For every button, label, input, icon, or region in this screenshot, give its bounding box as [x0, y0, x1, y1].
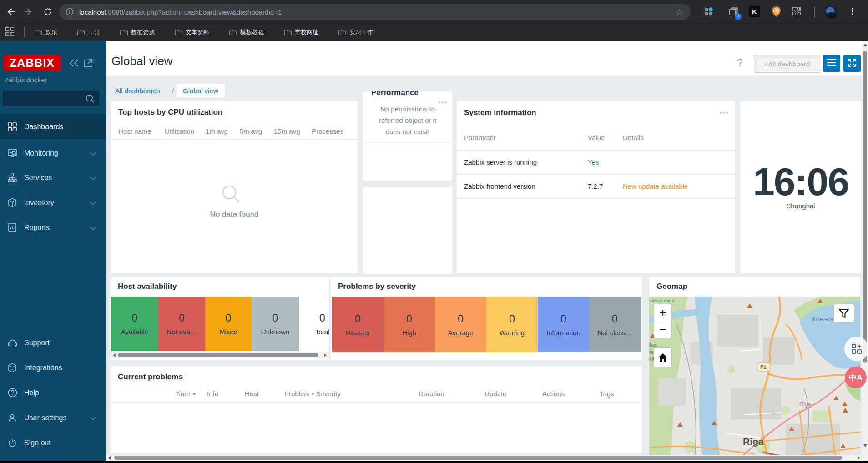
- column-header[interactable]: Host name: [118, 127, 151, 135]
- bookmark-folder[interactable]: 学校网址: [284, 24, 318, 41]
- edit-dashboard-button[interactable]: Edit dashboard: [754, 55, 820, 73]
- bookmark-folder[interactable]: 文本资料: [175, 24, 209, 41]
- widget-top-hosts: Top hosts by CPU utilization Host name U…: [111, 101, 358, 273]
- column-header[interactable]: Actions: [542, 390, 565, 398]
- extension-target-icon[interactable]: [771, 6, 782, 19]
- tile-unknown[interactable]: 0Unknown: [252, 297, 299, 351]
- pop-out-icon[interactable]: [83, 58, 94, 70]
- tile-not-classified[interactable]: 0Not class…: [589, 297, 641, 352]
- column-header[interactable]: 15m avg: [274, 127, 300, 135]
- back-icon[interactable]: [3, 4, 18, 20]
- column-header[interactable]: Utilization: [165, 127, 194, 135]
- column-header[interactable]: Duration: [419, 390, 444, 398]
- availability-tiles: 0Available 0Not ava… 0Mixed 0Unknown 0To…: [111, 297, 328, 351]
- sidebar-item-sign-out[interactable]: Sign out: [0, 430, 106, 455]
- site-info-icon[interactable]: [66, 8, 74, 16]
- widget-error-message: No permissions to referred object or it …: [363, 103, 452, 137]
- scroll-right-icon[interactable]: [324, 353, 327, 357]
- page-vscrollbar[interactable]: [862, 41, 868, 461]
- extension-float-capture[interactable]: [844, 337, 868, 361]
- sidebar-item-integrations[interactable]: Integrations: [0, 355, 106, 380]
- scroll-up-icon[interactable]: [863, 44, 867, 46]
- map-zoom-out-button[interactable]: −: [654, 321, 672, 338]
- page-hscrollbar[interactable]: [106, 455, 862, 461]
- scroll-right-icon[interactable]: [858, 456, 860, 460]
- column-header[interactable]: Host: [245, 390, 259, 398]
- bookmark-folder[interactable]: 娱乐: [35, 24, 57, 41]
- search-icon[interactable]: [85, 94, 95, 106]
- extensions-puzzle-icon[interactable]: [792, 6, 802, 18]
- table-row: Zabbix frontend version: [464, 182, 535, 190]
- fullscreen-button[interactable]: [843, 55, 861, 72]
- map-zoom-in-button[interactable]: +: [654, 304, 672, 321]
- tile-disaster[interactable]: 0Disaster: [332, 297, 384, 352]
- column-header[interactable]: Info: [207, 390, 218, 398]
- bookmark-star-icon[interactable]: ☆: [676, 7, 683, 17]
- widget-system-information: System information Parameter Value Detai…: [457, 101, 735, 273]
- column-header[interactable]: Tags: [600, 390, 614, 398]
- collapse-sidebar-icon[interactable]: [68, 59, 79, 70]
- extension-float-translate[interactable]: 中A: [845, 367, 867, 388]
- map-home-button[interactable]: [654, 347, 672, 367]
- profile-avatar[interactable]: [824, 5, 838, 19]
- extension-tabs-icon[interactable]: 7: [729, 6, 739, 18]
- sidebar-search[interactable]: [3, 91, 99, 106]
- scroll-thumb[interactable]: [118, 353, 318, 357]
- widget-hscrollbar[interactable]: [111, 352, 329, 358]
- column-header[interactable]: Problem • Severity: [284, 390, 341, 398]
- filter-icon: [838, 308, 849, 318]
- breadcrumb-all-dashboards[interactable]: All dashboards: [115, 87, 160, 95]
- tile-warning[interactable]: 0Warning: [486, 297, 538, 352]
- tile-total[interactable]: 0Total: [299, 297, 329, 351]
- column-header[interactable]: 1m avg: [206, 127, 228, 135]
- sidebar-item-user-settings[interactable]: User settings: [0, 405, 106, 430]
- sidebar-item-support[interactable]: Support: [0, 330, 106, 355]
- sidebar-item-dashboards[interactable]: Dashboards: [0, 114, 106, 139]
- translate-icon: 中A: [849, 372, 862, 383]
- sidebar-item-label: Support: [24, 339, 50, 347]
- breadcrumb-current[interactable]: Global view: [177, 84, 225, 97]
- bookmark-folder[interactable]: 模板教程: [229, 24, 264, 41]
- update-link[interactable]: New update available: [623, 182, 688, 190]
- column-header[interactable]: 5m avg: [240, 127, 262, 135]
- apps-grid-icon[interactable]: [5, 27, 14, 36]
- bookmark-folder[interactable]: 实习工作: [338, 24, 373, 41]
- tile-high[interactable]: 0High: [384, 297, 435, 352]
- sidebar-item-help[interactable]: Help: [0, 380, 106, 405]
- map-canvas[interactable]: Kišezers P1 Rīga Rīga ugavarīvas bas nel…: [649, 297, 860, 460]
- reload-icon[interactable]: [40, 4, 56, 20]
- extension-k-icon[interactable]: K: [749, 6, 760, 17]
- vscroll-thumb[interactable]: [863, 51, 867, 363]
- bookmark-folder[interactable]: 工具: [77, 24, 100, 41]
- sidebar-item-reports[interactable]: Reports: [0, 215, 106, 240]
- column-header[interactable]: Update: [484, 390, 506, 398]
- browser-menu-icon[interactable]: [852, 7, 853, 16]
- map-label-fragment: ugavarīvas: [650, 298, 675, 303]
- tile-not-available[interactable]: 0Not ava…: [158, 297, 205, 351]
- bookmark-folder[interactable]: 数据资源: [120, 24, 155, 41]
- widget-menu-icon[interactable]: [718, 107, 728, 116]
- map-filter-button[interactable]: [833, 304, 854, 323]
- extension-grid-icon[interactable]: [704, 7, 713, 18]
- dashboard-menu-button[interactable]: [823, 55, 840, 72]
- page-header: [106, 41, 862, 76]
- tile-available[interactable]: 0Available: [111, 297, 158, 351]
- scroll-left-icon[interactable]: [108, 456, 111, 460]
- inventory-icon: [7, 198, 17, 207]
- sidebar-item-services[interactable]: Services: [0, 165, 106, 190]
- tile-mixed[interactable]: 0Mixed: [205, 297, 252, 351]
- tile-information[interactable]: 0Information: [538, 297, 589, 352]
- scroll-down-icon[interactable]: [863, 444, 867, 447]
- forward-icon[interactable]: [21, 4, 36, 20]
- url-bar[interactable]: localhost:8080/zabbix.php?action=dashboa…: [59, 4, 691, 20]
- help-link[interactable]: ?: [737, 57, 743, 69]
- hscroll-thumb[interactable]: [114, 456, 842, 460]
- sidebar-item-inventory[interactable]: Inventory: [0, 190, 106, 215]
- sidebar-item-monitoring[interactable]: Monitoring: [0, 141, 106, 166]
- column-header-time[interactable]: Time: [175, 390, 194, 398]
- column-header[interactable]: Processes: [312, 127, 343, 135]
- tile-average[interactable]: 0Average: [435, 297, 486, 352]
- search-input[interactable]: [7, 93, 81, 105]
- scroll-left-icon[interactable]: [113, 353, 116, 357]
- zabbix-logo[interactable]: ZABBIX: [4, 55, 61, 71]
